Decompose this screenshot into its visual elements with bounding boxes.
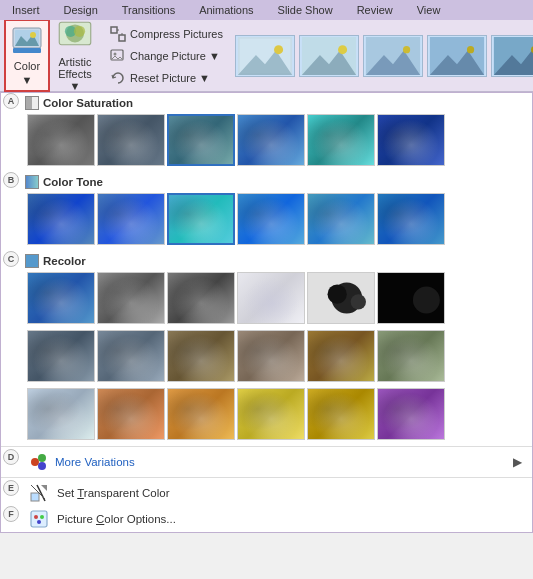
more-variations-label: More Variations bbox=[55, 456, 135, 468]
recolor-purple[interactable] bbox=[377, 388, 445, 440]
saturation-66[interactable] bbox=[167, 114, 235, 166]
divider-2 bbox=[1, 477, 532, 478]
change-picture-label: Change Picture ▼ bbox=[130, 50, 220, 62]
recolor-grayscale[interactable] bbox=[97, 272, 165, 324]
slide-thumb-1[interactable] bbox=[235, 35, 295, 77]
compress-label: Compress Pictures bbox=[130, 28, 223, 40]
tone-6[interactable] bbox=[377, 193, 445, 245]
section-recolor: C Recolor bbox=[1, 251, 532, 444]
tone-4[interactable] bbox=[237, 193, 305, 245]
recolor-gray-warm[interactable] bbox=[237, 330, 305, 382]
svg-point-8 bbox=[74, 25, 85, 36]
more-variations-button[interactable]: More Variations ▶ bbox=[19, 449, 532, 475]
slide-thumb-4[interactable] bbox=[427, 35, 487, 77]
recolor-row-3 bbox=[19, 386, 532, 444]
change-picture-icon bbox=[110, 48, 126, 64]
tone-5[interactable] bbox=[307, 193, 375, 245]
svg-point-14 bbox=[114, 52, 117, 55]
ribbon-tab-bar: Insert Design Transitions Animations Sli… bbox=[0, 0, 533, 20]
recolor-dark2[interactable] bbox=[97, 330, 165, 382]
svg-point-27 bbox=[467, 46, 474, 53]
reset-icon bbox=[110, 70, 126, 86]
saturation-row bbox=[19, 112, 532, 170]
recolor-gold[interactable] bbox=[307, 388, 375, 440]
badge-b: B bbox=[3, 172, 19, 188]
svg-point-18 bbox=[274, 45, 283, 54]
saturation-100[interactable] bbox=[237, 114, 305, 166]
recolor-title: Recolor bbox=[43, 255, 86, 267]
tab-animations[interactable]: Animations bbox=[187, 0, 265, 20]
recolor-light1[interactable] bbox=[27, 388, 95, 440]
change-picture-button[interactable]: Change Picture ▼ bbox=[106, 46, 227, 66]
color-button-label: Color▼ bbox=[14, 60, 40, 86]
badge-a: A bbox=[3, 93, 19, 109]
tab-review[interactable]: Review bbox=[345, 0, 405, 20]
reset-picture-label: Reset Picture ▼ bbox=[130, 72, 210, 84]
set-transparent-color-button[interactable]: Set Transparent Color bbox=[19, 480, 532, 506]
tone-3[interactable] bbox=[167, 193, 235, 245]
tab-view[interactable]: View bbox=[405, 0, 453, 20]
saturation-header: Color Saturation bbox=[19, 93, 532, 112]
saturation-200[interactable] bbox=[307, 114, 375, 166]
recolor-yellow[interactable] bbox=[237, 388, 305, 440]
recolor-orange[interactable] bbox=[97, 388, 165, 440]
tab-transitions[interactable]: Transitions bbox=[110, 0, 187, 20]
badge-f: F bbox=[3, 506, 19, 522]
artistic-button-label: ArtisticEffects ▼ bbox=[57, 56, 93, 92]
svg-point-42 bbox=[38, 454, 46, 462]
recolor-row-2 bbox=[19, 328, 532, 386]
slide-thumb-3[interactable] bbox=[363, 35, 423, 77]
color-button[interactable]: Color▼ bbox=[4, 19, 50, 91]
compress-pictures-button[interactable]: Compress Pictures bbox=[106, 24, 227, 44]
recolor-orange2[interactable] bbox=[167, 388, 235, 440]
recolor-olive[interactable] bbox=[167, 330, 235, 382]
recolor-black[interactable] bbox=[377, 272, 445, 324]
section-b-icon bbox=[25, 175, 39, 189]
slide-thumb-2[interactable] bbox=[299, 35, 359, 77]
picture-color-options-button[interactable]: Picture Color Options... bbox=[19, 506, 532, 532]
set-transparent-label: Set Transparent Color bbox=[57, 487, 170, 499]
tab-insert[interactable]: Insert bbox=[0, 0, 52, 20]
more-variations-icon bbox=[29, 452, 49, 472]
tab-slideshow[interactable]: Slide Show bbox=[266, 0, 345, 20]
recolor-bw-spots[interactable] bbox=[307, 272, 375, 324]
tone-row bbox=[19, 191, 532, 249]
svg-point-21 bbox=[338, 45, 347, 54]
svg-point-37 bbox=[328, 285, 347, 304]
recolor-none[interactable] bbox=[27, 272, 95, 324]
svg-point-50 bbox=[40, 515, 44, 519]
recolor-gray2[interactable] bbox=[167, 272, 235, 324]
saturation-33[interactable] bbox=[97, 114, 165, 166]
tone-1[interactable] bbox=[27, 193, 95, 245]
recolor-dark1[interactable] bbox=[27, 330, 95, 382]
transparent-color-icon bbox=[29, 483, 49, 503]
tone-2[interactable] bbox=[97, 193, 165, 245]
tab-design[interactable]: Design bbox=[52, 0, 110, 20]
svg-rect-4 bbox=[13, 48, 41, 53]
recolor-olive2[interactable] bbox=[307, 330, 375, 382]
slide-thumb-5[interactable] bbox=[491, 35, 533, 77]
tone-title: Color Tone bbox=[43, 176, 103, 188]
section-saturation: A Color Saturation bbox=[1, 93, 532, 170]
recolor-header: Recolor bbox=[19, 251, 532, 270]
recolor-washout[interactable] bbox=[237, 272, 305, 324]
picture-commands: Compress Pictures Change Picture ▼ Reset… bbox=[102, 24, 231, 88]
badge-d: D bbox=[3, 449, 19, 465]
artistic-button[interactable]: ArtisticEffects ▼ bbox=[54, 17, 96, 95]
more-variations-arrow: ▶ bbox=[513, 455, 522, 469]
svg-rect-48 bbox=[31, 511, 47, 527]
saturation-title: Color Saturation bbox=[43, 97, 133, 109]
svg-point-38 bbox=[351, 294, 366, 309]
saturation-0[interactable] bbox=[27, 114, 95, 166]
artistic-icon bbox=[57, 20, 93, 56]
color-options-icon bbox=[29, 509, 49, 529]
recolor-gray3[interactable] bbox=[377, 330, 445, 382]
reset-picture-button[interactable]: Reset Picture ▼ bbox=[106, 68, 227, 88]
saturation-400[interactable] bbox=[377, 114, 445, 166]
section-tone: B Color Tone bbox=[1, 172, 532, 249]
svg-point-43 bbox=[38, 462, 46, 470]
svg-rect-9 bbox=[111, 27, 117, 33]
ribbon-content: Color▼ ArtisticEffects ▼ Compress Pictur… bbox=[0, 20, 533, 91]
ribbon-toolbar: Insert Design Transitions Animations Sli… bbox=[0, 0, 533, 92]
color-dropdown-arrow: ▼ bbox=[22, 74, 33, 86]
